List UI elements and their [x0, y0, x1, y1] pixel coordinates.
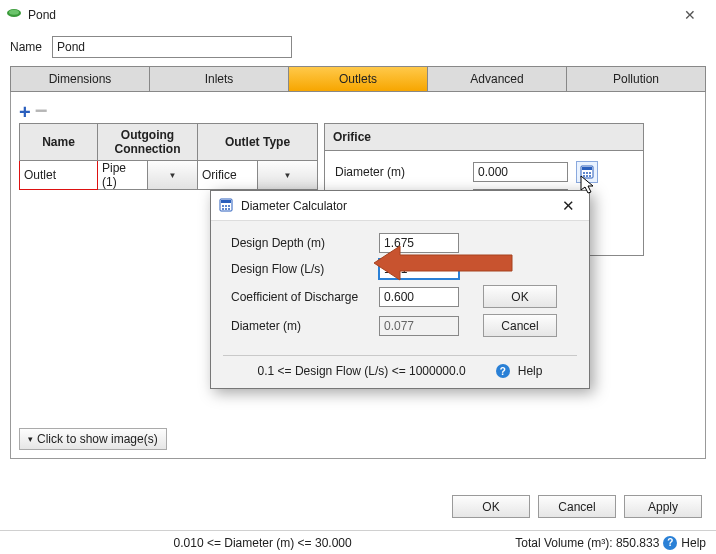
app-icon: [6, 7, 22, 23]
window-close-button[interactable]: ✕: [670, 7, 710, 23]
tab-pollution[interactable]: Pollution: [566, 66, 706, 92]
modal-cancel-button[interactable]: Cancel: [483, 314, 557, 337]
modal-close-button[interactable]: ✕: [555, 197, 581, 215]
coef-discharge-label: Coefficient of Discharge: [231, 290, 379, 304]
svg-point-7: [583, 175, 585, 177]
help-icon[interactable]: ?: [663, 536, 677, 550]
svg-point-17: [228, 208, 230, 210]
coef-discharge-field[interactable]: [379, 287, 459, 307]
chevron-down-icon: ▾: [28, 434, 33, 444]
svg-point-5: [586, 172, 588, 174]
status-constraint: 0.010 <= Diameter (m) <= 30.000: [10, 536, 515, 550]
diameter-calculator-dialog: Diameter Calculator ✕ Design Depth (m) D…: [210, 190, 590, 389]
calc-diameter-field: [379, 316, 459, 336]
svg-point-15: [222, 208, 224, 210]
modal-title: Diameter Calculator: [241, 199, 555, 213]
diameter-field[interactable]: [473, 162, 568, 182]
status-help[interactable]: Help: [681, 536, 706, 550]
help-icon[interactable]: ?: [496, 364, 510, 378]
svg-point-4: [583, 172, 585, 174]
svg-rect-3: [582, 167, 592, 170]
ok-button[interactable]: OK: [452, 495, 530, 518]
modal-ok-button[interactable]: OK: [483, 285, 557, 308]
modal-help[interactable]: Help: [518, 364, 543, 378]
tab-advanced[interactable]: Advanced: [427, 66, 566, 92]
diameter-label: Diameter (m): [335, 165, 465, 179]
cell-type[interactable]: Orifice: [198, 168, 257, 182]
svg-rect-11: [221, 200, 231, 203]
svg-point-14: [228, 205, 230, 207]
col-name: Name: [20, 124, 98, 161]
name-label: Name: [10, 40, 42, 54]
svg-point-8: [586, 175, 588, 177]
svg-point-12: [222, 205, 224, 207]
apply-button[interactable]: Apply: [624, 495, 702, 518]
orifice-title: Orifice: [325, 124, 643, 151]
status-bar: 0.010 <= Diameter (m) <= 30.000 Total Vo…: [0, 530, 716, 554]
design-depth-label: Design Depth (m): [231, 236, 379, 250]
status-volume: Total Volume (m³): 850.833: [515, 536, 659, 550]
cancel-button[interactable]: Cancel: [538, 495, 616, 518]
tab-dimensions[interactable]: Dimensions: [10, 66, 149, 92]
svg-point-6: [589, 172, 591, 174]
svg-point-13: [225, 205, 227, 207]
col-outlet-type: Outlet Type: [198, 124, 318, 161]
design-depth-field[interactable]: [379, 233, 459, 253]
chevron-down-icon[interactable]: ▼: [257, 161, 317, 189]
design-flow-field[interactable]: [379, 259, 459, 279]
cell-connection[interactable]: Pipe (1): [98, 161, 147, 189]
cell-name[interactable]: Outlet: [20, 168, 97, 182]
tab-strip: Dimensions Inlets Outlets Advanced Pollu…: [10, 66, 706, 92]
table-row[interactable]: Outlet Pipe (1)▼ Orifice▼: [20, 161, 318, 190]
name-field[interactable]: [52, 36, 292, 58]
svg-point-9: [589, 175, 591, 177]
calculator-icon[interactable]: [576, 161, 598, 183]
add-row-button[interactable]: +: [19, 105, 31, 119]
show-images-button[interactable]: ▾ Click to show image(s): [19, 428, 167, 450]
tab-inlets[interactable]: Inlets: [149, 66, 288, 92]
svg-point-1: [9, 10, 19, 15]
show-images-label: Click to show image(s): [37, 432, 158, 446]
outlets-grid: Name Outgoing Connection Outlet Type Out…: [19, 123, 318, 190]
title-bar: Pond ✕: [0, 0, 716, 30]
chevron-down-icon[interactable]: ▼: [147, 161, 197, 189]
tab-outlets[interactable]: Outlets: [288, 66, 427, 92]
calc-diameter-label: Diameter (m): [231, 319, 379, 333]
window-title: Pond: [28, 8, 670, 22]
design-flow-label: Design Flow (L/s): [231, 262, 379, 276]
svg-point-16: [225, 208, 227, 210]
calculator-icon: [219, 198, 235, 214]
remove-row-button[interactable]: −: [35, 105, 48, 119]
col-connection: Outgoing Connection: [98, 124, 198, 161]
modal-constraint: 0.1 <= Design Flow (L/s) <= 1000000.0: [258, 364, 466, 378]
